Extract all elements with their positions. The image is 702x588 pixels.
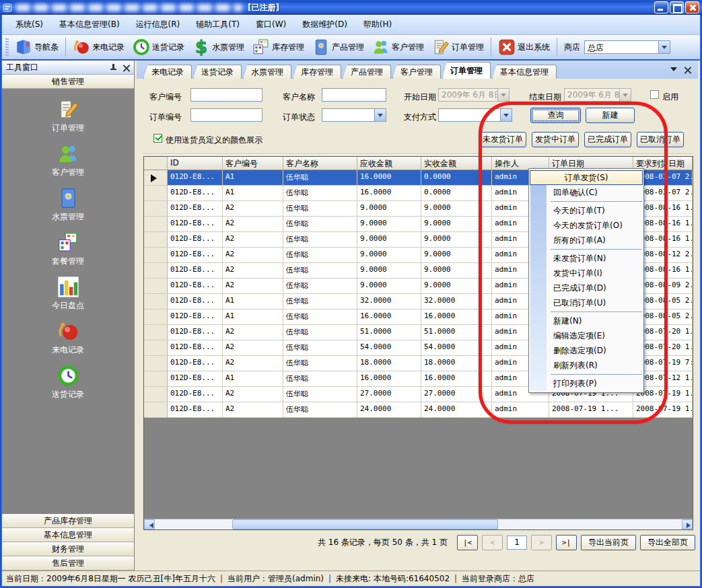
close-button[interactable] (685, 1, 699, 13)
ctx-print-list[interactable]: 打印列表(P) (529, 376, 643, 391)
ctx-ship-order[interactable]: 订单发货(S) (530, 170, 643, 185)
scrollbar-track[interactable] (155, 519, 682, 529)
ctx-shipping-orders[interactable]: 发货中订单(I) (529, 266, 643, 281)
chevron-down-icon[interactable] (374, 109, 386, 121)
tab-close-icon[interactable] (684, 66, 691, 73)
chevron-down-icon[interactable] (658, 41, 670, 53)
ctx-unshipped-orders[interactable]: 未发货订单(N) (529, 251, 643, 266)
row-selector-cell[interactable] (144, 325, 168, 340)
ctx-all-orders[interactable]: 所有的订单(A) (529, 233, 643, 248)
ctx-refresh-list[interactable]: 刷新列表(R) (529, 358, 643, 373)
row-selector-cell[interactable] (144, 217, 168, 232)
chevron-down-icon[interactable] (500, 109, 512, 121)
page-number-box[interactable]: 1 (507, 536, 527, 550)
row-selector-cell[interactable] (144, 263, 168, 279)
menu-aux-tools[interactable]: 辅助工具(T) (188, 16, 248, 33)
order-no-input[interactable] (190, 108, 262, 122)
maximize-button[interactable] (670, 1, 684, 13)
shop-combobox[interactable]: 总店 (584, 40, 670, 54)
horizontal-scrollbar[interactable] (144, 519, 693, 529)
sidebar-group-product-inventory[interactable]: 产品库存管理 (2, 514, 134, 528)
toolbar-delivery-log-button[interactable]: 送货记录 (129, 36, 188, 58)
sidebar-group-finance[interactable]: 财务管理 (2, 542, 134, 556)
row-selector-cell[interactable] (144, 186, 168, 201)
next-page-button[interactable]: > (531, 535, 552, 550)
sidebar-item-package-mgmt[interactable]: 套餐管理 (52, 231, 84, 267)
row-selector-cell[interactable] (144, 170, 168, 186)
row-selector-cell[interactable] (144, 232, 168, 248)
new-button[interactable]: 新建 (586, 108, 635, 123)
enable-checkbox[interactable] (650, 90, 659, 99)
ctx-new[interactable]: 新建(N) (529, 314, 643, 328)
filter-unshipped-button[interactable]: 未发货订单 (479, 132, 526, 147)
end-date-picker[interactable]: 2009年 6月 8日 (564, 88, 631, 102)
close-tool-window-icon[interactable] (122, 64, 130, 71)
sidebar-item-today-inventory[interactable]: 今日盘点 (52, 276, 84, 311)
filter-cancelled-button[interactable]: 已取消订单 (637, 132, 684, 147)
sidebar-item-delivery-log[interactable]: 送货记录 (52, 365, 84, 400)
ctx-delete-selected[interactable]: 删除选定项(D) (529, 343, 643, 358)
row-selector-cell[interactable] (144, 201, 168, 217)
toolbar-water-ticket-button[interactable]: $ 水票管理 (188, 36, 248, 58)
row-selector-cell[interactable] (144, 309, 168, 325)
toolbar-navbar-button[interactable]: 导航条 (11, 36, 63, 58)
row-selector-cell[interactable] (144, 387, 168, 402)
column-header-customer-no[interactable]: 客户编号 (223, 157, 283, 170)
tab-inventory[interactable]: 库存管理 (293, 65, 341, 79)
toolbar-product-button[interactable]: 产品管理 (308, 36, 368, 58)
delivery-color-checkbox[interactable] (153, 134, 162, 143)
tab-basic-info[interactable]: 基本信息管理 (492, 65, 557, 79)
row-selector-cell[interactable] (144, 294, 168, 309)
sidebar-group-sales[interactable]: 销售管理 (2, 75, 134, 89)
column-header-customer-name[interactable]: 客户名称 (283, 157, 357, 170)
customer-name-input[interactable] (322, 88, 386, 102)
selector-column-header[interactable] (144, 157, 168, 170)
column-header-received[interactable]: 实收金额 (421, 157, 492, 170)
pay-method-combobox[interactable] (438, 108, 512, 122)
tab-product[interactable]: 产品管理 (343, 65, 391, 79)
ctx-edit-selected[interactable]: 编辑选定项(E) (529, 328, 643, 343)
table-row[interactable]: 012D-E8...A2伍华聪24.000024.0000admin2008-0… (144, 402, 693, 418)
customer-no-input[interactable] (190, 88, 262, 102)
filter-shipping-button[interactable]: 发货中订单 (532, 132, 579, 147)
row-selector-cell[interactable] (144, 279, 168, 294)
tab-call-log[interactable]: 来电记录 (143, 65, 192, 79)
first-page-button[interactable]: |< (457, 535, 478, 550)
export-current-page-button[interactable]: 导出当前页 (581, 535, 636, 550)
row-selector-cell[interactable] (144, 340, 168, 356)
tab-order-mgmt-active[interactable]: 订单管理 (442, 62, 491, 79)
column-header-receivable[interactable]: 应收金额 (357, 157, 421, 170)
sidebar-item-water-ticket-mgmt[interactable]: 水票管理 (52, 187, 84, 223)
export-all-pages-button[interactable]: 导出全部页 (640, 535, 695, 550)
tab-customer[interactable]: 客户管理 (392, 65, 441, 79)
scroll-right-arrow-icon[interactable] (682, 519, 693, 529)
sidebar-group-after-sales[interactable]: 售后管理 (2, 556, 134, 571)
scroll-left-arrow-icon[interactable] (144, 519, 155, 529)
menu-help[interactable]: 帮助(H) (355, 16, 400, 33)
toolbar-customer-button[interactable]: 客户管理 (368, 36, 428, 58)
prev-page-button[interactable]: < (482, 535, 503, 550)
start-date-picker[interactable]: 2009年 6月 8日 (438, 88, 510, 102)
ctx-todays-orders[interactable]: 今天的订单(T) (529, 203, 643, 218)
toolbar-exit-button[interactable]: 退出系统 (494, 36, 554, 58)
toolbar-order-button[interactable]: 订单管理 (428, 36, 488, 58)
tab-delivery-log[interactable]: 送货记录 (193, 65, 242, 79)
toolbar-inventory-button[interactable]: 库存管理 (248, 36, 308, 58)
tab-water-ticket[interactable]: 水票管理 (243, 65, 291, 79)
toolbar-grip[interactable] (5, 38, 9, 56)
menu-basic-info[interactable]: 基本信息管理(B) (51, 16, 128, 33)
last-page-button[interactable]: >| (556, 535, 577, 550)
ctx-todays-shipped-orders[interactable]: 今天的发货订单(O) (529, 218, 643, 233)
row-selector-cell[interactable] (144, 356, 168, 371)
ctx-confirm-receipt[interactable]: 回单确认(C) (529, 185, 643, 200)
row-selector-cell[interactable] (144, 371, 168, 387)
sidebar-item-order-mgmt[interactable]: 订单管理 (52, 98, 84, 134)
menu-window[interactable]: 窗口(W) (248, 16, 294, 33)
row-selector-cell[interactable] (144, 402, 168, 418)
filter-completed-button[interactable]: 已完成订单 (584, 132, 631, 147)
sidebar-item-call-log[interactable]: 来电记录 (52, 320, 84, 356)
chevron-down-icon[interactable] (619, 89, 631, 101)
pin-icon[interactable] (110, 64, 117, 71)
ctx-cancelled-orders[interactable]: 已取消订单(U) (529, 295, 643, 310)
menu-run-info[interactable]: 运行信息(R) (128, 16, 188, 33)
